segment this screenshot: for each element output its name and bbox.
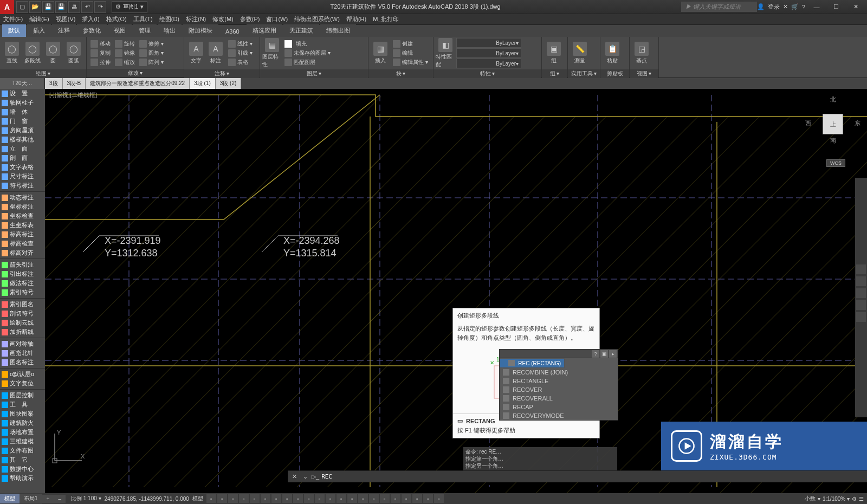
palette-item[interactable]: 坐标标注 — [0, 202, 45, 211]
palette-item[interactable]: 图层控制 — [0, 391, 45, 400]
layer-state-dd[interactable]: 填充 — [283, 40, 332, 48]
palette-item[interactable]: 楼梯其他 — [0, 135, 45, 144]
status-toggle[interactable]: ▫ — [423, 494, 433, 503]
autocomplete-item[interactable]: REC (RECTANG) — [500, 358, 565, 368]
ribbon-tab[interactable]: 输出 — [158, 24, 182, 37]
palette-item[interactable]: 场地布置 — [0, 428, 45, 437]
draw-tool[interactable]: ◯多段线 — [23, 38, 42, 68]
palette-item[interactable]: 剖 面 — [0, 153, 45, 163]
qat-new-icon[interactable]: ▢ — [16, 1, 28, 13]
menu-item[interactable]: 格式(O) — [103, 14, 130, 24]
signin-label[interactable]: 登录 — [768, 3, 780, 11]
ac-pin-icon[interactable]: ▣ — [600, 350, 608, 358]
ribbon-tab[interactable]: 附加模块 — [183, 24, 218, 37]
help-search[interactable]: ▶ 键入关键字或短语 — [681, 2, 757, 12]
menu-item[interactable]: 编辑(E) — [26, 14, 53, 24]
status-toggle[interactable]: ▫ — [380, 494, 390, 503]
ribbon-tab[interactable]: 管理 — [133, 24, 157, 37]
modify-tool[interactable]: 拉伸 — [89, 58, 112, 67]
modify-tool[interactable]: 镜像 — [113, 49, 137, 57]
workspace-dropdown[interactable]: ⚙ 草图1 ▾ — [112, 1, 147, 13]
cart-icon[interactable]: 🛒 — [791, 3, 799, 10]
status-toggle[interactable]: ▫ — [250, 494, 260, 503]
palette-item[interactable]: 工 具 — [0, 400, 45, 409]
palette-item[interactable]: 绘制云线 — [0, 318, 45, 327]
palette-item[interactable]: 生坐标表 — [0, 221, 45, 230]
palette-item[interactable]: 剖切符号 — [0, 309, 45, 318]
block-tool[interactable]: 创建 — [391, 40, 430, 48]
menu-item[interactable]: 插入(I) — [79, 14, 102, 24]
palette-item[interactable]: 标高对齐 — [0, 248, 45, 257]
layer-unsaved[interactable]: 未保存的图层 ▾ — [283, 49, 332, 57]
palette-item[interactable]: 设 置 — [0, 89, 45, 98]
palette-item[interactable]: 动态标注 — [0, 193, 45, 202]
menu-item[interactable]: 窗口(W) — [263, 14, 291, 24]
palette-item[interactable]: 三维建模 — [0, 437, 45, 446]
menu-item[interactable]: 参数(P) — [237, 14, 263, 24]
modify-tool[interactable]: 修剪 ▾ — [138, 40, 165, 48]
status-mode[interactable]: 模型 — [192, 495, 203, 502]
annot-tool[interactable]: A文字 — [186, 38, 206, 68]
ribbon-tab[interactable]: 插入 — [27, 24, 51, 37]
baseview-button[interactable]: ◲基点 — [632, 38, 651, 68]
palette-item[interactable]: 箭头引注 — [0, 260, 45, 269]
status-toggle[interactable]: ▫ — [271, 494, 281, 503]
status-toggle[interactable]: ▫ — [369, 494, 379, 503]
app-logo[interactable]: A — [0, 0, 14, 14]
layer-match[interactable]: 匹配图层 — [283, 58, 332, 67]
status-menu-icon[interactable]: ☰ — [859, 496, 864, 502]
panel-title-draw[interactable]: 绘图 ▾ — [0, 69, 86, 78]
command-line[interactable]: ✕ ⌄ ▷_ — [288, 470, 867, 482]
palette-item[interactable]: 帮助演示 — [0, 474, 45, 483]
palette-item[interactable]: o默认层o — [0, 370, 45, 379]
ribbon-tab[interactable]: A360 — [219, 26, 245, 37]
ribbon-tab[interactable]: 纬衡出图 — [320, 24, 356, 37]
status-toggle[interactable]: ▫ — [217, 494, 227, 503]
status-toggle[interactable]: ▫ — [206, 494, 216, 503]
palette-item[interactable]: 索引符号 — [0, 288, 45, 297]
palette-item[interactable]: 坐标检查 — [0, 211, 45, 221]
group-button[interactable]: ▣组 — [544, 38, 564, 68]
file-tab[interactable]: 3段 (2) — [216, 78, 242, 89]
menu-item[interactable]: 工具(T) — [130, 14, 156, 24]
menu-item[interactable]: 标注(N) — [183, 14, 209, 24]
status-toggle[interactable]: ▫ — [358, 494, 368, 503]
annot-tool[interactable]: A标注 — [206, 38, 225, 68]
file-tab[interactable]: 3段 (1) — [190, 78, 216, 89]
palette-item[interactable]: 数据中心 — [0, 464, 45, 474]
ac-help-icon[interactable]: ? — [592, 350, 599, 358]
ucs-icon[interactable]: Y X — [49, 428, 87, 466]
qat-undo-icon[interactable]: ↶ — [81, 1, 93, 13]
palette-item[interactable]: 房间屋顶 — [0, 126, 45, 135]
minimize-button[interactable]: — — [808, 2, 825, 12]
panel-title-group[interactable]: 组 ▾ — [542, 69, 567, 78]
palette-item[interactable]: 门 窗 — [0, 117, 45, 126]
palette-item[interactable]: 轴网柱子 — [0, 98, 45, 107]
palette-item[interactable]: 墙 体 — [0, 107, 45, 117]
measure-button[interactable]: 📏测量 — [570, 38, 590, 68]
layout-tab[interactable]: 布局1 — [20, 494, 42, 503]
block-tool[interactable]: 编辑 — [391, 49, 430, 57]
cmdline-chevron-icon[interactable]: ⌄ — [301, 473, 309, 480]
cmdline-close-icon[interactable]: ✕ — [290, 473, 299, 480]
palette-item[interactable]: 标高检查 — [0, 239, 45, 248]
status-toggle[interactable]: ▫ — [228, 494, 238, 503]
modify-tool[interactable]: 圆角 ▾ — [138, 49, 165, 57]
panel-title-annot[interactable]: 注释 ▾ — [184, 69, 260, 78]
layout-add[interactable]: + — [42, 495, 54, 503]
view-cube[interactable]: 北 西 上 东 南 — [808, 95, 857, 160]
status-toggle[interactable]: ▫ — [304, 494, 314, 503]
exchange-icon[interactable]: ✕ — [783, 3, 788, 10]
modify-tool[interactable]: 缩放 — [113, 58, 137, 67]
qat-plot-icon[interactable]: 🖶 — [68, 1, 80, 13]
menu-item[interactable]: 帮助(H) — [343, 14, 370, 24]
annot-tool[interactable]: 引线 ▾ — [227, 49, 254, 57]
modify-tool[interactable]: 旋转 — [113, 40, 137, 48]
menu-item[interactable]: 视图(V) — [53, 14, 79, 24]
status-toggle[interactable]: ▫ — [326, 494, 335, 503]
draw-tool[interactable]: ◯圆弧 — [64, 38, 83, 68]
block-tool[interactable]: 编辑属性 ▾ — [391, 58, 430, 67]
modify-tool[interactable]: 复制 — [89, 49, 112, 57]
maximize-button[interactable]: ☐ — [828, 2, 844, 12]
help-icon[interactable]: ? — [802, 4, 805, 10]
